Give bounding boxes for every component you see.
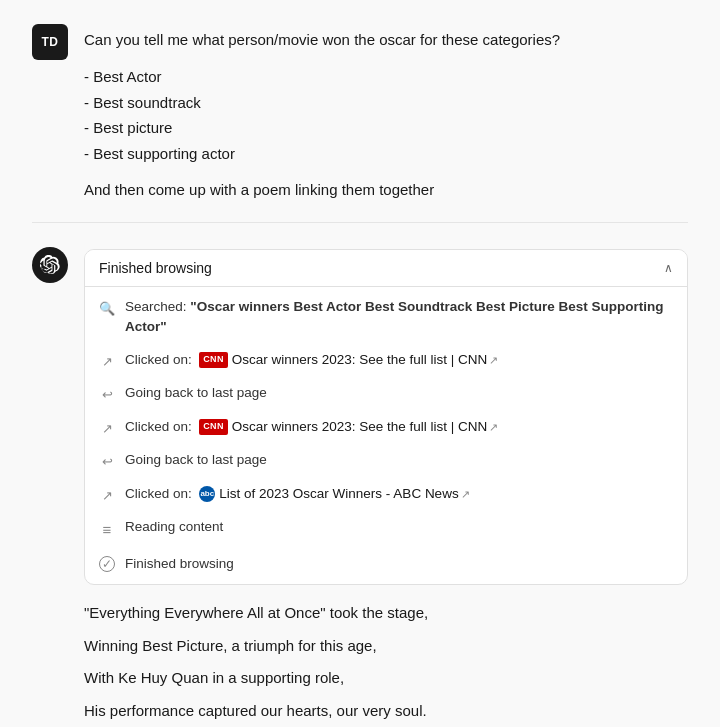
browsing-title: Finished browsing: [99, 260, 212, 276]
reading-icon: ≡: [99, 519, 115, 542]
user-question: Can you tell me what person/movie won th…: [84, 28, 688, 52]
back-icon-2: ↩: [99, 452, 115, 472]
click-1-text: Clicked on: CNNOscar winners 2023: See t…: [125, 350, 673, 370]
list-item-3: - Best picture: [84, 115, 688, 141]
browsing-item-finished: ✓ Finished browsing: [85, 548, 687, 580]
user-list: - Best Actor - Best soundtrack - Best pi…: [84, 64, 688, 166]
external-link-icon-1: ↗: [489, 354, 498, 366]
back-icon-1: ↩: [99, 385, 115, 405]
user-avatar: TD: [32, 24, 68, 60]
poem-line-1: "Everything Everywhere All at Once" took…: [84, 601, 688, 626]
finished-text: Finished browsing: [125, 554, 673, 574]
avatar-label: TD: [42, 35, 59, 49]
openai-logo-icon: [40, 255, 60, 275]
user-content: Can you tell me what person/movie won th…: [84, 24, 688, 202]
poem-line-2: Winning Best Picture, a triumph for this…: [84, 634, 688, 659]
user-follow-up: And then come up with a poem linking the…: [84, 178, 688, 202]
browsing-header[interactable]: Finished browsing ∧: [85, 250, 687, 287]
browsing-item-back-1: ↩ Going back to last page: [85, 377, 687, 411]
click-2-text: Clicked on: CNNOscar winners 2023: See t…: [125, 417, 673, 437]
assistant-content: Finished browsing ∧ 🔍 Searched: "Oscar w…: [84, 247, 688, 727]
abc-link[interactable]: List of 2023 Oscar Winners - ABC News: [219, 486, 458, 501]
back-1-text: Going back to last page: [125, 383, 673, 403]
external-link-icon-2: ↗: [489, 421, 498, 433]
browsing-item-reading: ≡ Reading content: [85, 511, 687, 548]
click-icon-3: ↗: [99, 486, 115, 506]
click-3-text: Clicked on: abcList of 2023 Oscar Winner…: [125, 484, 673, 504]
abc-badge: abc: [199, 486, 215, 502]
back-2-text: Going back to last page: [125, 450, 673, 470]
browsing-body: 🔍 Searched: "Oscar winners Best Actor Be…: [85, 287, 687, 584]
poem-line-3: With Ke Huy Quan in a supporting role,: [84, 666, 688, 691]
reading-text: Reading content: [125, 517, 673, 537]
cnn-link-2[interactable]: Oscar winners 2023: See the full list | …: [232, 419, 488, 434]
poem-content: "Everything Everywhere All at Once" took…: [84, 601, 688, 727]
browsing-item-click-3: ↗ Clicked on: abcList of 2023 Oscar Winn…: [85, 478, 687, 512]
poem-line-4: His performance captured our hearts, our…: [84, 699, 688, 724]
browsing-header-left: Finished browsing: [99, 260, 212, 276]
list-item-4: - Best supporting actor: [84, 141, 688, 167]
cnn-badge-1: CNN: [199, 352, 227, 368]
list-item-1: - Best Actor: [84, 64, 688, 90]
chat-container: TD Can you tell me what person/movie won…: [0, 0, 720, 727]
cnn-badge-2: CNN: [199, 419, 227, 435]
search-query-bold: "Oscar winners Best Actor Best Soundtrac…: [125, 299, 664, 334]
assistant-message: Finished browsing ∧ 🔍 Searched: "Oscar w…: [0, 223, 720, 727]
assistant-avatar: [32, 247, 68, 283]
browsing-panel: Finished browsing ∧ 🔍 Searched: "Oscar w…: [84, 249, 688, 585]
external-link-icon-3: ↗: [461, 488, 470, 500]
chevron-up-icon: ∧: [664, 261, 673, 275]
browsing-item-click-1: ↗ Clicked on: CNNOscar winners 2023: See…: [85, 344, 687, 378]
cnn-link-1[interactable]: Oscar winners 2023: See the full list | …: [232, 352, 488, 367]
click-icon-1: ↗: [99, 352, 115, 372]
browsing-item-search: 🔍 Searched: "Oscar winners Best Actor Be…: [85, 291, 687, 344]
list-item-2: - Best soundtrack: [84, 90, 688, 116]
finished-icon: ✓: [99, 556, 115, 572]
search-query-text: Searched: "Oscar winners Best Actor Best…: [125, 297, 673, 338]
browsing-item-back-2: ↩ Going back to last page: [85, 444, 687, 478]
click-icon-2: ↗: [99, 419, 115, 439]
search-icon: 🔍: [99, 299, 115, 319]
browsing-item-click-2: ↗ Clicked on: CNNOscar winners 2023: See…: [85, 411, 687, 445]
user-message: TD Can you tell me what person/movie won…: [0, 0, 720, 222]
